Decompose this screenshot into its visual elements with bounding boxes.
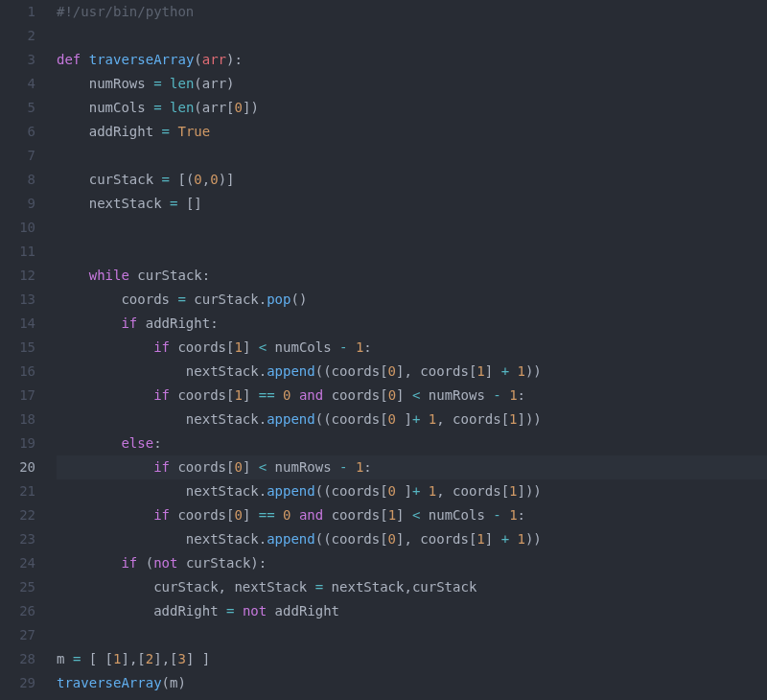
token-punct: )) — [525, 363, 542, 379]
line-number: 1 — [10, 0, 35, 24]
token-plain: numRows — [89, 76, 146, 91]
token-operator: = — [177, 292, 185, 307]
token-plain: nextStack. — [186, 531, 267, 547]
code-line[interactable]: while curStack: — [57, 264, 767, 288]
token-punct: ( — [194, 76, 201, 91]
token-punct: () — [291, 292, 307, 307]
token-plain: addRight: — [137, 315, 218, 331]
token-deffunc: append — [267, 483, 315, 499]
token-comment: #!/usr/bin/python — [57, 4, 194, 19]
token-plain — [57, 315, 121, 331]
code-line[interactable]: coords = curStack.pop() — [57, 288, 767, 312]
token-punct: ], coords[ — [396, 531, 476, 547]
token-plain — [57, 603, 153, 618]
token-punct: [ — [226, 100, 234, 115]
token-punct: (m) — [162, 675, 186, 690]
token-plain: curStack): — [177, 555, 267, 571]
code-line[interactable]: m = [ [1],[2],[3] ] — [57, 647, 767, 671]
token-plain: numRows — [420, 387, 493, 403]
code-line[interactable]: addRight = not addRight — [57, 599, 767, 623]
token-plain — [57, 268, 89, 283]
token-plain: nextStack. — [186, 411, 267, 427]
code-line[interactable]: addRight = True — [57, 120, 767, 144]
token-punct: : — [518, 507, 525, 523]
token-number: 0 — [388, 387, 396, 403]
code-line[interactable] — [57, 144, 767, 168]
token-number: 0 — [388, 363, 396, 379]
code-editor[interactable]: #!/usr/bin/python def traverseArray(arr)… — [53, 0, 767, 700]
code-line[interactable]: curStack, nextStack = nextStack,curStack — [57, 575, 767, 599]
token-number: 2 — [146, 651, 153, 666]
code-line[interactable]: if coords[0] == 0 and coords[1] < numCol… — [57, 503, 767, 527]
code-line[interactable]: if addRight: — [57, 312, 767, 336]
token-punct: ]) — [243, 100, 259, 115]
code-line[interactable]: if coords[1] == 0 and coords[0] < numRow… — [57, 384, 767, 408]
code-line[interactable]: nextStack.append((coords[0 ]+ 1, coords[… — [57, 479, 767, 503]
line-number-gutter: 1234567891011121314151617181920212223242… — [0, 0, 53, 700]
code-line[interactable]: numRows = len(arr) — [57, 72, 767, 96]
token-punct: ])) — [518, 483, 542, 499]
token-punct: ],[ — [121, 651, 145, 666]
token-plain — [153, 124, 161, 139]
token-plain — [275, 387, 283, 403]
code-line[interactable]: if coords[0] < numRows - 1: — [57, 455, 767, 479]
token-plain: ] — [243, 459, 259, 475]
code-line[interactable]: def traverseArray(arr): — [57, 48, 767, 72]
token-punct: ( — [194, 100, 201, 115]
token-punct: : — [153, 435, 161, 451]
token-keyword: not — [243, 603, 267, 618]
token-plain: numCols — [420, 507, 493, 523]
code-line[interactable]: nextStack.append((coords[0], coords[1] +… — [57, 360, 767, 384]
token-number: 1 — [234, 387, 242, 403]
token-plain: addRight — [267, 603, 339, 618]
token-operator: = — [162, 124, 170, 139]
line-number: 14 — [10, 312, 35, 336]
token-plain — [501, 507, 509, 523]
token-deffunc: append — [267, 531, 315, 547]
code-line[interactable]: if (not curStack): — [57, 551, 767, 575]
token-plain — [57, 339, 153, 355]
token-punct: ],[ — [153, 651, 177, 666]
code-line[interactable]: nextStack.append((coords[0], coords[1] +… — [57, 527, 767, 551]
token-operator: - — [493, 387, 500, 403]
token-plain — [420, 411, 428, 427]
line-number: 23 — [10, 527, 35, 551]
token-number: 0 — [194, 172, 201, 187]
code-line[interactable] — [57, 216, 767, 240]
token-number: 1 — [476, 531, 484, 547]
token-deffunc: traverseArray — [57, 675, 162, 690]
code-line[interactable]: curStack = [(0,0)] — [57, 168, 767, 192]
token-plain: nextStack. — [186, 363, 267, 379]
token-cursor-num: 0 — [234, 459, 242, 475]
token-plain — [291, 507, 298, 523]
code-line[interactable]: else: — [57, 432, 767, 455]
token-keyword: and — [299, 507, 323, 523]
token-punct: ] — [485, 363, 501, 379]
token-keyword: if — [153, 387, 170, 403]
token-number: 1 — [509, 483, 517, 499]
token-plain — [162, 196, 170, 211]
code-line[interactable]: #!/usr/bin/python — [57, 0, 767, 24]
token-plain — [57, 196, 89, 211]
token-plain — [162, 76, 170, 91]
line-number: 19 — [10, 432, 35, 455]
token-number: 0 — [210, 172, 218, 187]
token-plain — [57, 411, 186, 427]
code-line[interactable] — [57, 24, 767, 48]
code-line[interactable] — [57, 623, 767, 647]
code-line[interactable] — [57, 240, 767, 264]
line-number: 22 — [10, 503, 35, 527]
code-line[interactable]: nextStack = [] — [57, 192, 767, 216]
token-operator: = — [315, 579, 323, 595]
code-line[interactable]: numCols = len(arr[0]) — [57, 96, 767, 120]
token-plain: coords — [121, 292, 170, 307]
code-line[interactable]: if coords[1] < numCols - 1: — [57, 336, 767, 360]
code-line[interactable]: nextStack.append((coords[0 ]+ 1, coords[… — [57, 408, 767, 432]
code-line[interactable]: traverseArray(m) — [57, 671, 767, 695]
token-operator: < — [259, 339, 267, 355]
token-plain — [347, 339, 355, 355]
token-punct: ] — [485, 531, 501, 547]
token-operator: == — [259, 507, 275, 523]
token-plain — [234, 603, 242, 618]
token-builtin: len — [170, 100, 194, 115]
